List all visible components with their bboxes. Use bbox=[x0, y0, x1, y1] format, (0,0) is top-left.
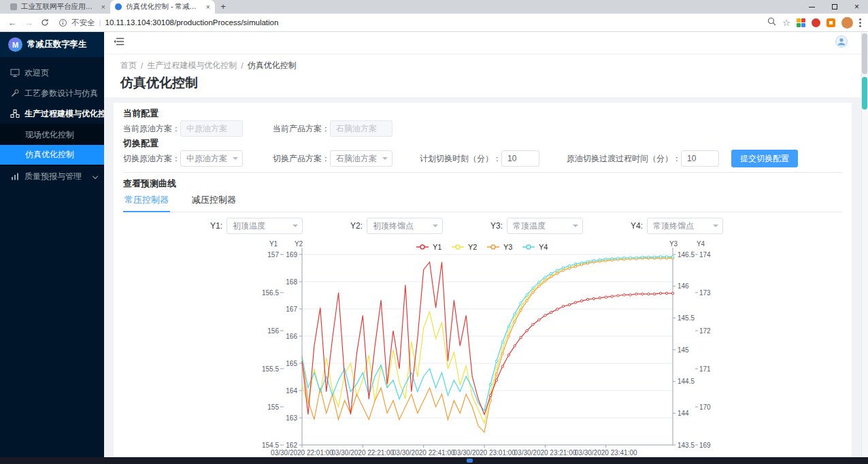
sidebar-item-process-design[interactable]: 工艺参数设计与仿真 bbox=[0, 83, 104, 103]
select-value: 石脑油方案 bbox=[336, 153, 377, 165]
taskbar-accent bbox=[467, 459, 473, 463]
svg-text:Y4: Y4 bbox=[539, 243, 548, 251]
browser-addressbar: ← → 不安全 | 10.11.13.104:30108/productionP… bbox=[0, 14, 868, 32]
svg-text:03/30/2020 23:01:00: 03/30/2020 23:01:00 bbox=[453, 449, 516, 457]
extension-red-icon[interactable] bbox=[812, 18, 820, 27]
forward-icon[interactable]: → bbox=[22, 16, 35, 29]
page: 首页 / 生产过程建模与优化控制 / 仿真优化控制 仿真优化控制 当前配置 当前… bbox=[104, 54, 861, 457]
minimize-icon bbox=[809, 7, 815, 7]
svg-text:03/30/2020 23:21:00: 03/30/2020 23:21:00 bbox=[514, 449, 577, 457]
sidebar-item-production-modeling[interactable]: 生产过程建模与优化控制 bbox=[0, 103, 104, 124]
profile-avatar[interactable] bbox=[841, 17, 853, 29]
sidebar-item-field-optimization[interactable]: 现场优化控制 bbox=[0, 125, 104, 145]
y2-select[interactable]: 初顶终馏点 bbox=[367, 218, 443, 234]
current-product-input bbox=[330, 120, 393, 137]
select-value: 初顶终馏点 bbox=[373, 220, 414, 232]
refresh-icon[interactable] bbox=[38, 16, 52, 29]
breadcrumb-current: 仿真优化控制 bbox=[248, 60, 297, 71]
svg-text:03/30/2020 22:41:00: 03/30/2020 22:41:00 bbox=[393, 449, 455, 457]
svg-text:156.5: 156.5 bbox=[262, 289, 279, 297]
topbar bbox=[104, 32, 861, 54]
y2-label: Y2: bbox=[350, 221, 363, 231]
switch-product-select[interactable]: 石脑油方案 bbox=[330, 150, 393, 167]
svg-text:157: 157 bbox=[267, 251, 279, 259]
url-separator: | bbox=[99, 18, 101, 27]
desktop-icon bbox=[10, 68, 20, 78]
tab-favicon bbox=[10, 3, 17, 10]
tab-vacuum-controller[interactable]: 减压控制器 bbox=[190, 190, 237, 212]
controller-tabs: 常压控制器 减压控制器 bbox=[123, 190, 842, 212]
svg-text:168: 168 bbox=[286, 278, 297, 286]
browser-menu-icon[interactable] bbox=[859, 18, 861, 27]
svg-text:155.5: 155.5 bbox=[262, 365, 279, 373]
svg-text:03/30/2020 22:21:00: 03/30/2020 22:21:00 bbox=[331, 449, 394, 457]
current-config-row: 当前原油方案： 当前产品方案： bbox=[123, 120, 842, 137]
chevron-down-icon bbox=[233, 157, 238, 160]
svg-text:162: 162 bbox=[286, 442, 297, 449]
tab-close-icon[interactable]: × bbox=[206, 3, 210, 11]
tab-atmospheric-controller[interactable]: 常压控制器 bbox=[123, 190, 170, 212]
close-button[interactable]: × bbox=[846, 0, 868, 14]
y4-label: Y4: bbox=[631, 221, 643, 231]
breadcrumb-home[interactable]: 首页 bbox=[120, 60, 137, 71]
svg-text:Y2: Y2 bbox=[468, 243, 477, 251]
sidebar-item-simulation-optimization[interactable]: 仿真优化控制 bbox=[0, 145, 104, 165]
svg-text:172: 172 bbox=[699, 327, 711, 335]
switch-config-row: 切换原油方案： 中原油方案 切换产品方案： 石脑油方案 计划切换时刻（分）： 原… bbox=[123, 150, 842, 167]
browser-tab-store[interactable]: 工业互联网平台应用商店 × bbox=[5, 0, 110, 14]
zoom-icon[interactable] bbox=[767, 16, 776, 29]
browser-tab-simulation[interactable]: 仿真优化控制 - 常减压数字孪生 × bbox=[110, 0, 215, 14]
y4-select[interactable]: 常顶终馏点 bbox=[647, 218, 723, 234]
sidebar-menu: 欢迎页 工艺参数设计与仿真 生产过程建模与优化控制 现场优化控制 仿真优化控制 bbox=[0, 57, 104, 186]
y1-label: Y1: bbox=[210, 221, 222, 231]
tab-close-icon[interactable]: × bbox=[101, 3, 105, 11]
sidebar-item-label: 现场优化控制 bbox=[25, 129, 74, 141]
breadcrumb-separator: / bbox=[241, 61, 243, 71]
bar-chart-icon bbox=[10, 171, 20, 181]
sidebar-item-label: 质量预报与管理 bbox=[24, 171, 82, 182]
sidebar-item-label: 仿真优化控制 bbox=[25, 149, 74, 161]
svg-text:Y3: Y3 bbox=[669, 240, 678, 248]
bookmark-star-icon[interactable]: ☆ bbox=[782, 18, 790, 28]
app-logo: M 常减压数字孪生 bbox=[0, 32, 104, 57]
user-avatar[interactable] bbox=[835, 35, 848, 50]
addressbar-actions: ☆ bbox=[767, 16, 861, 29]
switch-config-label: 切换配置 bbox=[123, 138, 842, 149]
maximize-button[interactable] bbox=[823, 0, 846, 14]
chevron-down-icon bbox=[382, 157, 388, 160]
sidebar-item-quality-forecast[interactable]: 质量预报与管理 bbox=[0, 166, 104, 186]
switch-crude-select[interactable]: 中原油方案 bbox=[180, 150, 243, 167]
menu-fold-icon[interactable] bbox=[114, 37, 124, 49]
svg-text:169: 169 bbox=[699, 442, 711, 449]
extension-orange-icon[interactable] bbox=[827, 18, 835, 27]
page-scrollbar[interactable] bbox=[861, 32, 868, 457]
current-config-label: 当前配置 bbox=[123, 108, 842, 119]
scrollbar-thumb-accent[interactable] bbox=[862, 77, 867, 110]
submit-switch-config-button[interactable]: 提交切换配置 bbox=[731, 150, 798, 167]
svg-text:167: 167 bbox=[286, 305, 297, 313]
select-value: 常顶温度 bbox=[513, 220, 546, 232]
y1-select[interactable]: 初顶温度 bbox=[227, 218, 303, 234]
svg-text:Y2: Y2 bbox=[295, 240, 303, 248]
svg-text:Y4: Y4 bbox=[697, 240, 705, 248]
scrollbar-thumb[interactable] bbox=[862, 33, 867, 74]
y3-select[interactable]: 常顶温度 bbox=[507, 218, 583, 234]
transition-time-input[interactable] bbox=[681, 150, 719, 167]
extension-grid-icon[interactable] bbox=[797, 18, 805, 27]
breadcrumb-separator: / bbox=[141, 61, 143, 71]
security-label: 不安全 bbox=[71, 18, 95, 28]
line-chart: 157156.5156155.5155154.51691681671661651… bbox=[258, 238, 714, 457]
svg-text:146.5: 146.5 bbox=[678, 251, 695, 259]
y2-selector-group: Y2: 初顶终馏点 bbox=[350, 218, 443, 234]
sidebar-item-welcome[interactable]: 欢迎页 bbox=[0, 63, 104, 83]
chevron-down-icon bbox=[573, 225, 578, 227]
new-tab-button[interactable]: + bbox=[215, 0, 231, 14]
url-field[interactable]: 不安全 | 10.11.13.104:30108/productionProce… bbox=[59, 18, 765, 28]
taskbar-strip bbox=[0, 457, 868, 464]
minimize-button[interactable] bbox=[801, 0, 823, 14]
back-icon[interactable]: ← bbox=[5, 16, 19, 29]
divider bbox=[123, 172, 842, 173]
select-value: 中原油方案 bbox=[186, 153, 227, 165]
switch-time-input[interactable] bbox=[501, 150, 539, 167]
breadcrumb-parent[interactable]: 生产过程建模与优化控制 bbox=[147, 60, 237, 71]
